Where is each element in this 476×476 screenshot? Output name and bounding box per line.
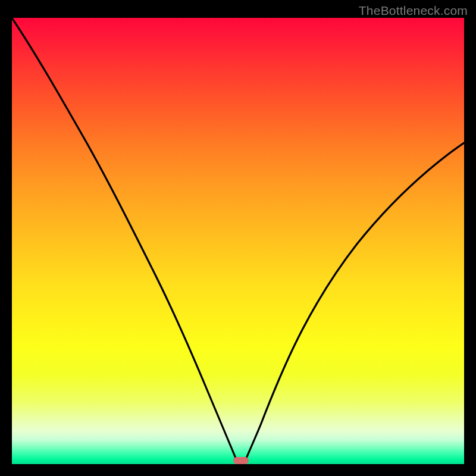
- watermark-text: TheBottleneck.com: [359, 4, 468, 18]
- plot-area: [12, 18, 464, 464]
- curve-right-branch: [246, 143, 464, 459]
- bottleneck-curve: [12, 18, 464, 464]
- chart-container: TheBottleneck.com: [0, 0, 476, 476]
- notch-marker: [233, 457, 249, 464]
- curve-left-branch: [12, 18, 236, 459]
